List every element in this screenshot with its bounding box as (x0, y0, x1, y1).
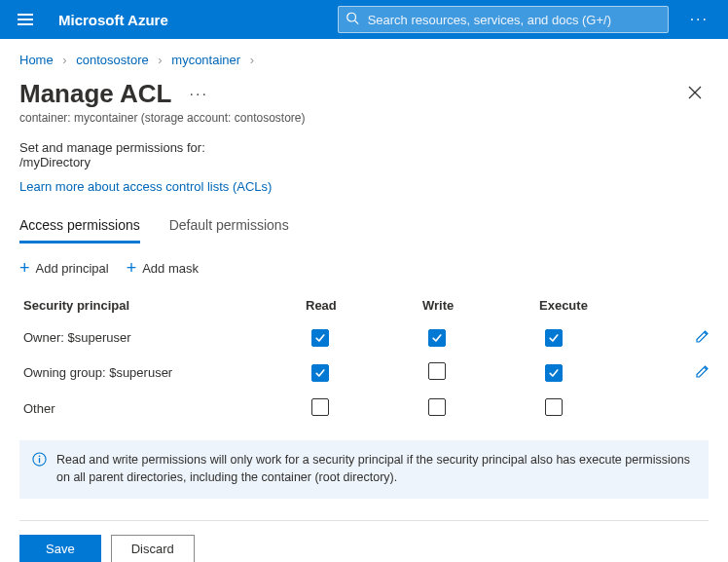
search-input[interactable] (338, 6, 669, 33)
read-checkbox[interactable] (311, 398, 329, 416)
learn-more-link[interactable]: Learn more about access control lists (A… (19, 179, 272, 194)
execute-checkbox[interactable] (545, 329, 563, 347)
read-checkbox[interactable] (311, 329, 329, 347)
acl-table: Security principal Read Write Execute Ow… (19, 292, 709, 427)
table-row: Owner: $superuser (19, 320, 709, 355)
breadcrumb-home[interactable]: Home (19, 53, 54, 67)
pencil-icon[interactable] (695, 367, 710, 382)
search-icon (346, 12, 359, 28)
page-subtitle: container: mycontainer (storage account:… (19, 111, 709, 125)
tab-default-permissions[interactable]: Default permissions (169, 211, 289, 244)
execute-checkbox[interactable] (545, 364, 563, 382)
principal-cell: Owner: $superuser (23, 330, 306, 345)
add-mask-label: Add mask (142, 261, 199, 276)
col-write: Write (422, 298, 539, 313)
breadcrumb: Home › contosostore › mycontainer › (19, 53, 709, 67)
chevron-right-icon: › (62, 53, 66, 67)
close-icon[interactable] (681, 79, 709, 109)
write-checkbox[interactable] (428, 398, 446, 416)
add-principal-button[interactable]: + Add principal (19, 259, 109, 277)
save-button[interactable]: Save (19, 535, 101, 562)
col-read: Read (306, 298, 422, 313)
plus-icon: + (127, 259, 137, 277)
svg-point-0 (346, 13, 355, 21)
table-row: Other (19, 391, 709, 427)
chevron-right-icon: › (158, 53, 162, 67)
directory-path: /myDirectory (19, 155, 709, 169)
title-more-icon[interactable]: ··· (190, 86, 208, 103)
pencil-icon[interactable] (695, 332, 710, 347)
discard-button[interactable]: Discard (111, 535, 195, 562)
add-principal-label: Add principal (36, 261, 109, 276)
search-container (338, 6, 669, 33)
brand-label: Microsoft Azure (58, 12, 168, 28)
divider (19, 520, 709, 521)
plus-icon: + (19, 259, 30, 277)
chevron-right-icon: › (250, 53, 254, 67)
col-execute: Execute (539, 298, 656, 313)
write-checkbox[interactable] (428, 329, 446, 347)
breadcrumb-storage[interactable]: contosostore (76, 53, 148, 67)
col-principal: Security principal (23, 298, 306, 313)
tab-access-permissions[interactable]: Access permissions (19, 211, 140, 244)
svg-line-1 (354, 20, 358, 24)
azure-top-bar: Microsoft Azure ··· (0, 0, 728, 39)
breadcrumb-container[interactable]: mycontainer (171, 53, 240, 67)
footer-actions: Save Discard (19, 535, 709, 562)
header-more-icon[interactable]: ··· (680, 5, 718, 34)
info-banner: Read and write permissions will only wor… (19, 440, 709, 499)
principal-cell: Other (23, 401, 306, 416)
write-checkbox[interactable] (428, 362, 446, 380)
info-text: Read and write permissions will only wor… (56, 451, 696, 486)
toolbar: + Add principal + Add mask (19, 259, 709, 277)
add-mask-button[interactable]: + Add mask (127, 259, 199, 277)
tabs: Access permissions Default permissions (19, 211, 709, 244)
info-icon (32, 452, 47, 486)
menu-icon[interactable] (10, 6, 41, 33)
page-title: Manage ACL (19, 79, 172, 109)
table-row: Owning group: $superuser (19, 355, 709, 391)
principal-cell: Owning group: $superuser (23, 365, 306, 380)
permissions-for-label: Set and manage permissions for: (19, 140, 709, 155)
svg-rect-8 (39, 458, 40, 463)
execute-checkbox[interactable] (545, 398, 563, 416)
svg-point-7 (39, 455, 41, 457)
table-header: Security principal Read Write Execute (19, 292, 709, 320)
read-checkbox[interactable] (311, 364, 329, 382)
